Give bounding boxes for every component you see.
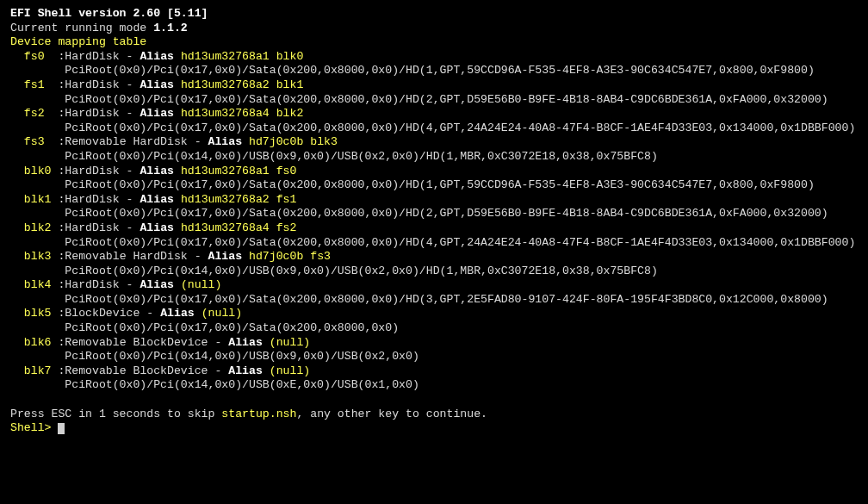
device-entry: blk3 :Removable HardDisk - Alias hd7j0c0… — [10, 250, 858, 264]
device-path-line: PciRoot(0x0)/Pci(0x17,0x0)/Sata(0x200,0x… — [10, 121, 858, 136]
device-path: PciRoot(0x0)/Pci(0x17,0x0)/Sata(0x200,0x… — [65, 207, 828, 220]
device-name: fs1 — [24, 78, 59, 91]
device-path-line: PciRoot(0x0)/Pci(0x17,0x0)/Sata(0x200,0x… — [10, 178, 858, 193]
device-path: PciRoot(0x0)/Pci(0x17,0x0)/Sata(0x200,0x… — [65, 293, 828, 306]
sep: - — [188, 250, 208, 263]
device-entry: blk1 :HardDisk - Alias hd13um32768a2 fs1 — [10, 193, 858, 208]
device-alias: hd13um32768a1 blk0 — [181, 50, 303, 63]
device-type: HardDisk — [65, 221, 119, 234]
sep: - — [120, 78, 140, 91]
device-alias: hd13um32768a4 fs2 — [181, 221, 297, 234]
device-path-line: PciRoot(0x0)/Pci(0x14,0x0)/USB(0x9,0x0)/… — [10, 350, 858, 364]
device-type: Removable BlockDevice — [65, 336, 208, 349]
device-path-line: PciRoot(0x0)/Pci(0x17,0x0)/Sata(0x200,0x… — [10, 236, 858, 251]
sep: - — [120, 165, 140, 177]
sep: - — [120, 278, 140, 291]
alias-label: Alias — [228, 336, 263, 349]
device-path-line: PciRoot(0x0)/Pci(0x17,0x0)/Sata(0x200,0x… — [10, 207, 858, 221]
device-entry: blk0 :HardDisk - Alias hd13um32768a1 fs0 — [10, 165, 858, 179]
alias-label: Alias — [208, 250, 243, 263]
device-name: fs3 — [24, 135, 59, 148]
device-entry: blk4 :HardDisk - Alias (null) — [10, 278, 858, 293]
device-name: blk1 — [24, 193, 59, 206]
alias-label: Alias — [140, 193, 174, 206]
device-alias: hd13um32768a1 fs0 — [181, 165, 297, 177]
device-alias: (null) — [181, 278, 221, 291]
device-type: HardDisk — [65, 50, 119, 63]
device-path: PciRoot(0x0)/Pci(0x17,0x0)/Sata(0x200,0x… — [65, 121, 855, 134]
device-path: PciRoot(0x0)/Pci(0x17,0x0)/Sata(0x200,0x… — [65, 321, 399, 334]
device-entry: blk7 :Removable BlockDevice - Alias (nul… — [10, 364, 858, 379]
sep: - — [120, 107, 140, 120]
version-line: EFI Shell version 2.60 [5.11] — [10, 7, 858, 22]
alias-label: Alias — [140, 78, 174, 91]
device-path-line: PciRoot(0x0)/Pci(0x14,0x0)/USB(0xE,0x0)/… — [10, 378, 858, 393]
device-alias: hd7j0c0b fs3 — [249, 250, 331, 263]
device-type: HardDisk — [65, 78, 119, 91]
prompt-line[interactable]: Shell> — [10, 421, 858, 436]
sep: - — [120, 193, 140, 206]
mode-line: Current running mode 1.1.2 — [10, 22, 858, 36]
alias-label: Alias — [140, 50, 174, 63]
startup-file: startup.nsh — [221, 408, 296, 420]
device-type: HardDisk — [65, 193, 119, 206]
device-path: PciRoot(0x0)/Pci(0x17,0x0)/Sata(0x200,0x… — [65, 93, 828, 106]
sep: - — [140, 307, 160, 320]
mode-prefix: Current running mode — [10, 22, 153, 34]
device-name: blk3 — [24, 250, 59, 263]
device-name: blk0 — [24, 165, 59, 177]
sep: - — [120, 221, 140, 234]
device-entry: blk5 :BlockDevice - Alias (null) — [10, 307, 858, 321]
device-path-line: PciRoot(0x0)/Pci(0x17,0x0)/Sata(0x200,0x… — [10, 321, 858, 336]
device-type: BlockDevice — [65, 307, 140, 320]
shell-prompt: Shell> — [10, 421, 58, 434]
device-type: HardDisk — [65, 165, 119, 177]
device-type: HardDisk — [65, 278, 119, 291]
device-list: fs0 :HardDisk - Alias hd13um32768a1 blk0… — [10, 50, 858, 393]
device-name: blk2 — [24, 221, 59, 234]
device-type: Removable HardDisk — [65, 135, 187, 148]
device-alias: (null) — [270, 364, 310, 377]
device-entry: fs2 :HardDisk - Alias hd13um32768a4 blk2 — [10, 107, 858, 121]
device-alias: (null) — [270, 336, 310, 349]
mode-value: 1.1.2 — [153, 22, 188, 34]
cursor-icon — [58, 423, 65, 434]
table-header: Device mapping table — [10, 35, 858, 50]
device-path: PciRoot(0x0)/Pci(0x14,0x0)/USB(0xE,0x0)/… — [65, 378, 419, 391]
device-alias: hd13um32768a2 fs1 — [181, 193, 297, 206]
device-name: blk5 — [24, 307, 59, 320]
device-alias: hd13um32768a4 blk2 — [181, 107, 303, 120]
sep: - — [208, 364, 229, 377]
device-entry: blk6 :Removable BlockDevice - Alias (nul… — [10, 336, 858, 351]
alias-label: Alias — [140, 165, 174, 177]
device-path: PciRoot(0x0)/Pci(0x17,0x0)/Sata(0x200,0x… — [65, 64, 815, 77]
device-path: PciRoot(0x0)/Pci(0x14,0x0)/USB(0x9,0x0)/… — [65, 350, 419, 363]
device-alias: (null) — [202, 307, 242, 320]
alias-label: Alias — [140, 278, 174, 291]
esc-line: Press ESC in 1 seconds to skip startup.n… — [10, 408, 858, 422]
device-path-line: PciRoot(0x0)/Pci(0x17,0x0)/Sata(0x200,0x… — [10, 93, 858, 108]
version-text: EFI Shell version 2.60 [5.11] — [10, 7, 208, 20]
device-path: PciRoot(0x0)/Pci(0x14,0x0)/USB(0x9,0x0)/… — [65, 150, 658, 163]
device-type: Removable HardDisk — [65, 250, 187, 263]
alias-label: Alias — [208, 135, 243, 148]
device-entry: blk2 :HardDisk - Alias hd13um32768a4 fs2 — [10, 221, 858, 236]
device-entry: fs1 :HardDisk - Alias hd13um32768a2 blk1 — [10, 78, 858, 93]
sep: - — [120, 50, 140, 63]
esc-suffix: , any other key to continue. — [296, 408, 487, 420]
device-path-line: PciRoot(0x0)/Pci(0x14,0x0)/USB(0x9,0x0)/… — [10, 264, 858, 279]
device-name: blk6 — [24, 336, 59, 349]
device-path: PciRoot(0x0)/Pci(0x14,0x0)/USB(0x9,0x0)/… — [65, 264, 658, 277]
device-type: HardDisk — [65, 107, 119, 120]
device-path-line: PciRoot(0x0)/Pci(0x17,0x0)/Sata(0x200,0x… — [10, 64, 858, 78]
blank-line — [10, 393, 858, 408]
device-entry: fs3 :Removable HardDisk - Alias hd7j0c0b… — [10, 135, 858, 150]
alias-label: Alias — [228, 364, 263, 377]
sep: - — [188, 135, 208, 148]
esc-prefix: Press ESC in 1 seconds to skip — [10, 408, 221, 420]
device-alias: hd7j0c0b blk3 — [249, 135, 338, 148]
device-path-line: PciRoot(0x0)/Pci(0x17,0x0)/Sata(0x200,0x… — [10, 293, 858, 308]
sep: - — [208, 336, 229, 349]
alias-label: Alias — [140, 107, 174, 120]
alias-label: Alias — [160, 307, 195, 320]
